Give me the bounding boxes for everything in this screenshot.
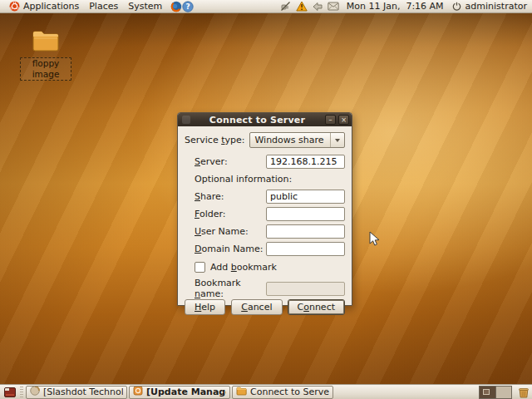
service-type-row: Service type: Windows share: [185, 132, 345, 148]
panel-drag-handle[interactable]: [20, 387, 23, 398]
server-row: Server:: [185, 155, 345, 169]
optional-information-label: Optional information:: [185, 174, 345, 185]
folder-task-icon: [236, 387, 247, 398]
add-bookmark-label: Add bookmark: [210, 262, 277, 273]
help-launcher-icon[interactable]: ?: [182, 1, 194, 12]
task-button-slashdot[interactable]: [Slashdot Technology ...: [26, 386, 127, 399]
bookmark-name-label: Bookmark name:: [195, 278, 266, 299]
help-button[interactable]: Help: [185, 299, 225, 315]
user-name-label: User Name:: [195, 226, 266, 237]
task-button-label: Connect to Server: [250, 387, 329, 397]
menu-system-label: System: [128, 0, 162, 12]
task-button-connect-to-server[interactable]: Connect to Server: [232, 386, 333, 399]
share-label: Share:: [195, 191, 266, 202]
ubuntu-desktop: Applications Places System ? !: [0, 0, 532, 399]
warning-icon[interactable]: !: [296, 1, 308, 12]
show-desktop-button[interactable]: [2, 385, 18, 399]
menu-applications[interactable]: Applications: [3, 0, 84, 13]
service-type-value: Windows share: [250, 135, 330, 145]
user-switcher[interactable]: administrator: [451, 1, 529, 12]
trash-icon[interactable]: [517, 386, 530, 399]
folder-row: Folder:: [185, 207, 345, 221]
task-button-label: [Slashdot Technology ...: [43, 387, 123, 397]
workspace-1[interactable]: [480, 387, 495, 398]
menu-applications-label: Applications: [23, 0, 79, 12]
service-type-dropdown[interactable]: Windows share: [249, 132, 345, 148]
menu-places[interactable]: Places: [84, 0, 123, 13]
menu-system[interactable]: System: [123, 0, 167, 13]
dialog-title: Connect to Server: [192, 115, 323, 126]
ubuntu-logo-icon: [8, 1, 20, 12]
folder-input[interactable]: [266, 207, 345, 221]
desktop-icon-label: floppy image: [20, 57, 71, 81]
user-name-row: User Name:: [185, 224, 345, 239]
domain-name-input[interactable]: [266, 242, 345, 256]
server-label: Server:: [195, 156, 266, 167]
network-offline-icon[interactable]: [280, 1, 292, 12]
share-input[interactable]: [266, 190, 345, 204]
window-menu-icon[interactable]: [182, 116, 190, 124]
svg-text:?: ?: [186, 2, 190, 11]
share-row: Share:: [185, 190, 345, 204]
workspace-switcher: [479, 386, 512, 399]
firefox-task-icon: [30, 386, 40, 398]
update-manager-task-icon: [133, 386, 143, 398]
connect-to-server-dialog: Connect to Server – × Service type: Wind…: [177, 112, 352, 306]
dialog-titlebar[interactable]: Connect to Server – ×: [178, 113, 352, 126]
clock[interactable]: Mon 11 Jan, 7:16 AM: [343, 1, 447, 12]
username-label: administrator: [466, 1, 527, 12]
menu-places-label: Places: [89, 0, 118, 12]
user-name-input[interactable]: [266, 224, 345, 239]
add-bookmark-row: Add bookmark: [185, 262, 345, 273]
desktop-icon-floppy-image[interactable]: floppy image: [20, 28, 71, 81]
workspace-window-thumbnail: [483, 389, 490, 395]
folder-icon: [31, 45, 61, 56]
minimize-button[interactable]: –: [325, 115, 336, 125]
task-button-update-manager[interactable]: [Update Manager]: [129, 386, 230, 399]
arrow-left-icon[interactable]: [312, 1, 323, 12]
dialog-body: Service type: Windows share Server: Opti…: [178, 126, 352, 322]
server-input[interactable]: [266, 155, 345, 169]
bookmark-name-row: Bookmark name:: [185, 278, 345, 299]
add-bookmark-checkbox[interactable]: [195, 262, 205, 273]
power-user-icon: [451, 1, 463, 12]
workspace-2[interactable]: [495, 387, 511, 398]
cancel-button[interactable]: Cancel: [231, 299, 282, 315]
close-button[interactable]: ×: [338, 115, 349, 125]
chevron-down-icon: [330, 133, 344, 147]
domain-name-label: Domain Name:: [195, 244, 266, 254]
connect-button[interactable]: Connect: [288, 299, 346, 315]
firefox-launcher-icon[interactable]: [170, 1, 182, 12]
svg-text:!: !: [300, 3, 303, 12]
folder-label: Folder:: [195, 209, 266, 219]
top-panel: Applications Places System ? !: [0, 0, 532, 13]
task-button-label: [Update Manager]: [146, 387, 226, 397]
service-type-label: Service type:: [185, 135, 244, 145]
mouse-cursor: [369, 231, 380, 249]
bottom-panel: [Slashdot Technology ... [Update Manager…: [0, 384, 532, 399]
dialog-button-row: Help Cancel Connect: [185, 299, 345, 315]
bookmark-name-input: [266, 282, 345, 296]
system-tray: ! Mon 11 Jan, 7:16 AM administrator: [280, 1, 529, 12]
domain-name-row: Domain Name:: [185, 242, 345, 256]
mail-icon[interactable]: [328, 1, 339, 12]
